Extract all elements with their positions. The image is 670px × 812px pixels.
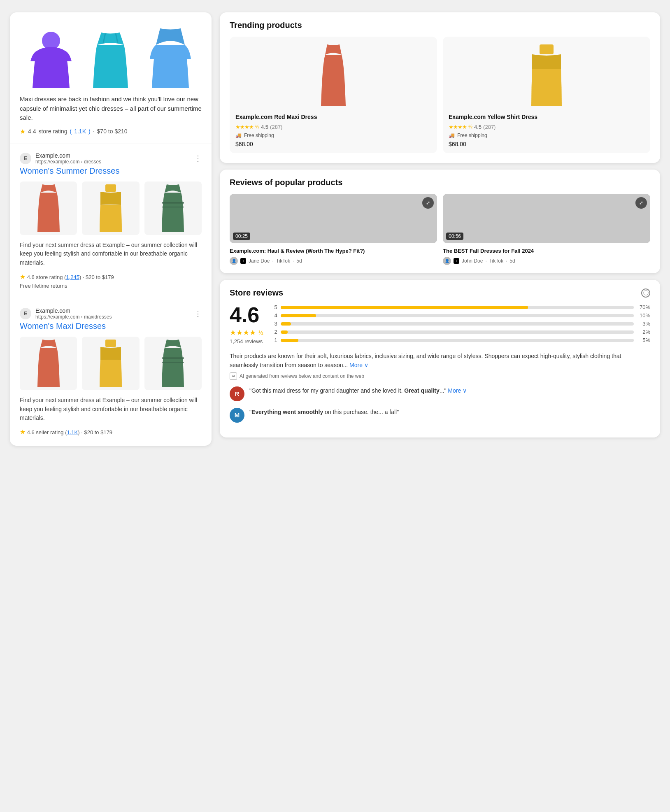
- time-ago-1: 5d: [296, 258, 302, 264]
- half-star-2: ½: [468, 124, 472, 130]
- bar-fill-1: [281, 339, 298, 342]
- tiktok-icon-2: ♪: [454, 258, 459, 264]
- stars-icon-2: ★★★★: [449, 124, 467, 130]
- ai-label-text: AI generated from reviews below and cont…: [240, 373, 364, 379]
- truck-icon-2: 🚚: [449, 133, 455, 138]
- menu-dots-1[interactable]: ⋮: [194, 155, 202, 162]
- reviewer-avatar-2: M: [230, 408, 244, 423]
- result1-rating: 4.6: [27, 274, 35, 280]
- hero-price-range: $70 to $210: [97, 128, 128, 135]
- overall-stars: ★★★★½: [230, 328, 263, 337]
- overall-stars-icon: ★★★★: [230, 328, 256, 337]
- site-icon-1: E: [20, 153, 31, 164]
- half-star-1: ½: [255, 124, 259, 130]
- video-title-1: Example.com: Haul & Review (Worth The Hy…: [230, 247, 437, 255]
- product-img-yellow-1: [82, 181, 139, 235]
- trending-title: Trending products: [230, 21, 650, 30]
- product-price-1: $68.00: [235, 141, 431, 147]
- info-icon[interactable]: ⓘ: [641, 289, 650, 298]
- video-card-1[interactable]: ▶ 00:25 ⤢ Example.com: Haul & Review (Wo…: [230, 194, 437, 265]
- ai-more-link[interactable]: More ∨: [349, 362, 368, 368]
- hero-rating-count[interactable]: 1.1K: [74, 128, 86, 135]
- ai-label: AI AI generated from reviews below and c…: [230, 372, 650, 380]
- bar-pct-1: 5%: [637, 337, 650, 343]
- review-item-1: R "Got this maxi dress for my grand daug…: [230, 386, 650, 401]
- video-thumbnail-2: ▶ 00:56 ⤢: [443, 194, 650, 243]
- rating-val-1: 4.5: [261, 124, 268, 130]
- expand-btn-2[interactable]: ⤢: [635, 197, 647, 209]
- product-card-name-2: Example.com Yellow Shirt Dress: [449, 113, 644, 121]
- site-url-2: https://example.com › maxidresses: [35, 314, 112, 320]
- review-more-1[interactable]: More ∨: [448, 387, 467, 394]
- shipping-row-2: 🚚 Free shipping: [449, 133, 644, 138]
- product-img-yellow-2: [82, 337, 139, 390]
- store-reviews-card: Store reviews ⓘ 4.6 ★★★★½ 1,254 reviews …: [220, 280, 660, 437]
- result-meta-2: ★ 4.6 seller rating (1.1K) · $20 to $179: [20, 427, 202, 437]
- store-reviews-title: Store reviews: [230, 288, 283, 298]
- blue-dress-icon: [148, 28, 193, 88]
- result2-star: ★: [20, 428, 26, 435]
- video-author-1: 👤 ♪ Jane Doe · TikTok · 5d: [230, 257, 437, 265]
- result2-rating-type: seller rating: [36, 429, 63, 435]
- bar-track-4: [281, 314, 634, 317]
- hero-rating-link[interactable]: (: [70, 128, 72, 135]
- author-sep-2: ·: [485, 258, 486, 264]
- result2-price: $20 to $179: [84, 429, 112, 435]
- reviews-video-card: Reviews of popular products ▶ 00:25 ⤢: [220, 170, 660, 274]
- svg-rect-3: [105, 184, 116, 192]
- hero-rating-link-close[interactable]: ): [88, 128, 91, 135]
- big-rating: 4.6: [230, 304, 263, 326]
- result2-rating-link[interactable]: 1.1K: [67, 429, 78, 435]
- purple-dress-icon: [28, 28, 74, 88]
- review-bold-1: Great quality: [404, 387, 440, 394]
- video-card-2[interactable]: ▶ 00:56 ⤢ The BEST Fall Dresses for Fall…: [443, 194, 650, 265]
- site-url-1: https://example.com › dresses: [35, 159, 101, 165]
- menu-dots-2[interactable]: ⋮: [194, 310, 202, 317]
- result-card-1: E Example.com https://example.com › dres…: [10, 144, 212, 299]
- shipping-row-1: 🚚 Free shipping: [235, 133, 431, 138]
- review-item-2: M "Everything went smoothly on this purc…: [230, 408, 650, 423]
- shipping-text-1: Free shipping: [244, 133, 274, 138]
- site-name-1: Example.com: [35, 152, 101, 159]
- reviewer-avatar-1: R: [230, 386, 244, 401]
- product-img-green-1: [144, 181, 202, 235]
- site-info-1: E Example.com https://example.com › dres…: [20, 152, 202, 165]
- bar-row-4: 4 10%: [273, 312, 650, 319]
- product-price-2: $68.00: [449, 141, 644, 147]
- hero-rating: 4.4: [28, 128, 36, 135]
- result1-dot: ·: [83, 274, 86, 280]
- result-title-2[interactable]: Women's Maxi Dresses: [20, 321, 202, 331]
- products-row: Example.com Red Maxi Dress ★★★★½ 4.5 (28…: [230, 37, 650, 153]
- bar-row-1: 1 5%: [273, 337, 650, 343]
- hero-dot: ·: [93, 128, 95, 135]
- product-card-1[interactable]: Example.com Red Maxi Dress ★★★★½ 4.5 (28…: [230, 37, 437, 153]
- bar-fill-4: [281, 314, 316, 317]
- review-text-1: "Got this maxi dress for my grand daught…: [249, 386, 467, 401]
- author-name-2: John Doe: [462, 258, 483, 264]
- rating-count-2: (287): [483, 124, 496, 130]
- expand-btn-1[interactable]: ⤢: [422, 197, 434, 209]
- author-sep-1: ·: [272, 258, 273, 264]
- product-img-trending-2: [449, 42, 644, 108]
- result-card-2: E Example.com https://example.com › maxi…: [10, 299, 212, 446]
- bar-track-3: [281, 322, 634, 326]
- result1-rating-label: store rating: [36, 274, 64, 280]
- author-platform-2: TikTok: [489, 258, 503, 264]
- author-platform-1: TikTok: [276, 258, 290, 264]
- hero-description: Maxi dresses are back in fashion and we …: [20, 95, 202, 123]
- result1-rating-link[interactable]: 1,245: [66, 274, 79, 280]
- result-title-1[interactable]: Women's Summer Dresses: [20, 166, 202, 176]
- site-info-2: E Example.com https://example.com › maxi…: [20, 307, 202, 320]
- product-card-name-1: Example.com Red Maxi Dress: [235, 113, 431, 121]
- product-img-trending-1: [235, 42, 431, 108]
- product-card-2[interactable]: Example.com Yellow Shirt Dress ★★★★½ 4.5…: [443, 37, 650, 153]
- reviews-summary: 4.6 ★★★★½ 1,254 reviews 5 70%: [230, 304, 650, 345]
- stars-icon-1: ★★★★: [235, 124, 254, 130]
- video-duration-2: 00:56: [446, 233, 463, 240]
- result-meta-1: ★ 4.6 store rating (1,245) · $20 to $179…: [20, 272, 202, 291]
- author-time-1: ·: [293, 258, 294, 264]
- bar-track-1: [281, 339, 634, 342]
- bar-pct-4: 10%: [637, 312, 650, 319]
- bar-label-5: 5: [273, 304, 277, 310]
- author-time-2: ·: [506, 258, 507, 264]
